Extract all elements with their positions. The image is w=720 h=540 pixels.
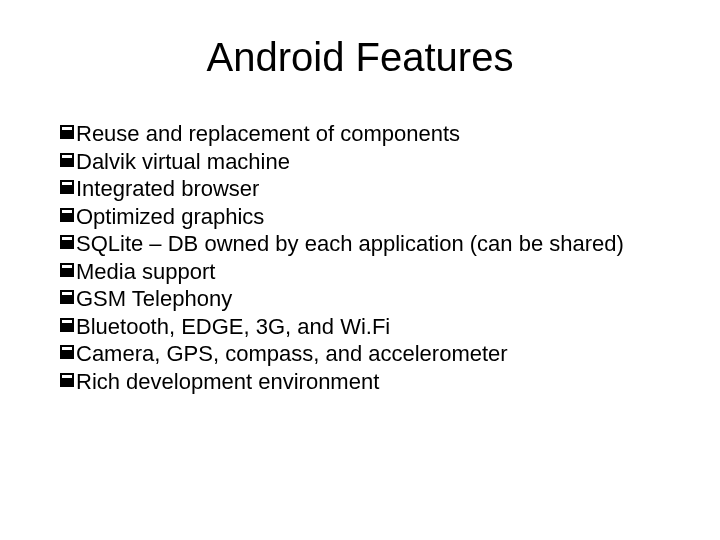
bullet-text: Rich development environment — [76, 368, 680, 396]
list-item: Camera, GPS, compass, and accelerometer — [60, 340, 680, 368]
bullet-text: GSM Telephony — [76, 285, 680, 313]
bullet-icon — [60, 318, 74, 332]
bullet-text: Dalvik virtual machine — [76, 148, 680, 176]
bullet-icon — [60, 263, 74, 277]
bullet-text: Bluetooth, EDGE, 3G, and Wi.Fi — [76, 313, 680, 341]
bullet-icon — [60, 208, 74, 222]
bullet-text: Media support — [76, 258, 680, 286]
bullet-text: SQLite – DB owned by each application (c… — [76, 230, 680, 258]
list-item: GSM Telephony — [60, 285, 680, 313]
bullet-text: Integrated browser — [76, 175, 680, 203]
bullet-text: Reuse and replacement of components — [76, 120, 680, 148]
list-item: Optimized graphics — [60, 203, 680, 231]
bullet-icon — [60, 153, 74, 167]
list-item: Rich development environment — [60, 368, 680, 396]
bullet-icon — [60, 180, 74, 194]
bullet-icon — [60, 345, 74, 359]
list-item: Media support — [60, 258, 680, 286]
slide-container: Android Features Reuse and replacement o… — [0, 0, 720, 540]
bullet-icon — [60, 125, 74, 139]
bullet-icon — [60, 373, 74, 387]
bullet-text: Optimized graphics — [76, 203, 680, 231]
slide-title: Android Features — [40, 35, 680, 80]
list-item: Dalvik virtual machine — [60, 148, 680, 176]
bullet-icon — [60, 235, 74, 249]
bullet-text: Camera, GPS, compass, and accelerometer — [76, 340, 680, 368]
list-item: SQLite – DB owned by each application (c… — [60, 230, 680, 258]
list-item: Integrated browser — [60, 175, 680, 203]
bullet-icon — [60, 290, 74, 304]
list-item: Bluetooth, EDGE, 3G, and Wi.Fi — [60, 313, 680, 341]
list-item: Reuse and replacement of components — [60, 120, 680, 148]
feature-list: Reuse and replacement of components Dalv… — [40, 120, 680, 395]
